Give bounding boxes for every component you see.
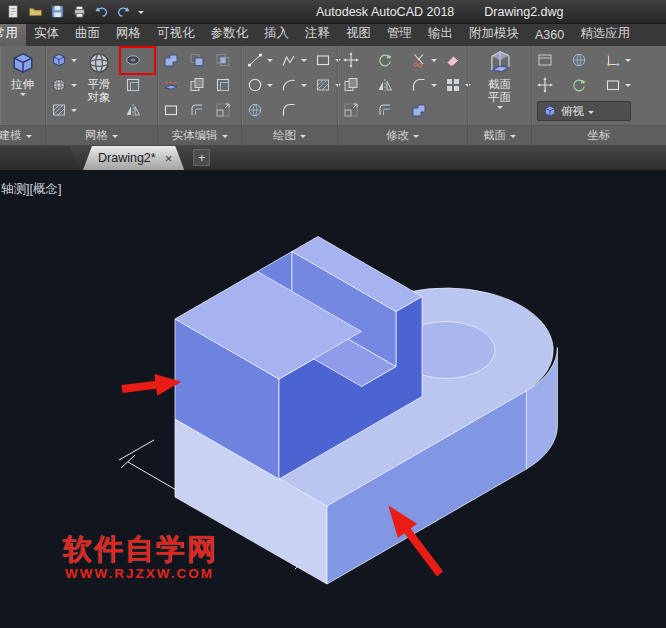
dropdown-caret[interactable] — [431, 59, 437, 62]
union-button[interactable] — [159, 48, 183, 72]
dropdown-caret[interactable] — [301, 84, 307, 87]
rotate-button[interactable] — [373, 48, 397, 72]
trim-button[interactable] — [407, 48, 431, 72]
panel-modify — [338, 46, 468, 125]
rectangle-button[interactable] — [311, 48, 335, 72]
stretch-button[interactable] — [339, 98, 363, 122]
panel-label-modify[interactable]: 修改 — [338, 126, 468, 145]
panel-label-solid-editing[interactable]: 实体编辑 — [158, 126, 242, 145]
scale-icon — [377, 102, 393, 118]
dropdown-caret[interactable] — [267, 84, 273, 87]
add-crease-button[interactable] — [121, 98, 145, 122]
shell-button[interactable] — [211, 73, 235, 97]
ucs-origin-button[interactable] — [533, 73, 557, 97]
erase-button[interactable] — [441, 48, 465, 72]
panel-expand-caret — [413, 135, 419, 138]
mesh-primitive-button[interactable] — [47, 48, 71, 72]
panel-label-coordinates[interactable]: 坐标 — [532, 126, 666, 145]
line-button[interactable] — [243, 48, 267, 72]
3d-model[interactable] — [175, 237, 557, 585]
redo-icon[interactable] — [116, 4, 131, 19]
explode-button[interactable] — [407, 98, 431, 122]
tab-home[interactable]: 常用 — [0, 24, 26, 46]
polygon-button[interactable] — [243, 98, 267, 122]
polyline-button[interactable] — [277, 48, 301, 72]
line-icon — [247, 52, 263, 68]
view-control-dropdown[interactable]: 俯视 — [537, 101, 631, 121]
ribbon-panel-labels: 建模 网格 实体编辑 绘图 修改 截面 坐标 — [0, 125, 666, 145]
tab-mesh[interactable]: 网格 — [108, 24, 149, 46]
circle-button[interactable] — [243, 73, 267, 97]
tab-a360[interactable]: A360 — [527, 25, 572, 46]
dropdown-caret[interactable] — [431, 84, 437, 87]
section-plane-label-2: 平面 — [488, 91, 511, 104]
thicken-icon — [189, 77, 205, 93]
named-views-button[interactable] — [533, 48, 557, 72]
tab-manage[interactable]: 管理 — [379, 24, 420, 46]
ucs-view-button[interactable] — [601, 73, 625, 97]
refine-mesh-button[interactable] — [121, 73, 145, 97]
top-view-icon — [543, 104, 557, 118]
viewport-controls-label[interactable]: 轴测][概念] — [1, 181, 61, 198]
thicken-button[interactable] — [185, 73, 209, 97]
offset-edge-button[interactable] — [185, 98, 209, 122]
tab-insert[interactable]: 插入 — [256, 24, 297, 46]
array-button[interactable] — [441, 73, 465, 97]
extract-edge-button[interactable] — [211, 98, 235, 122]
new-document-icon[interactable] — [6, 4, 21, 19]
undo-icon[interactable] — [94, 4, 109, 19]
intersect-button[interactable] — [211, 48, 235, 72]
tab-annotate[interactable]: 注释 — [297, 24, 338, 46]
world-ucs-button[interactable] — [567, 48, 591, 72]
spline-icon — [281, 102, 297, 118]
panel-label-mesh[interactable]: 网格 — [46, 126, 158, 145]
dropdown-caret[interactable] — [267, 59, 273, 62]
subtract-button[interactable] — [185, 48, 209, 72]
new-drawing-tab-button[interactable]: + — [193, 149, 210, 166]
fillet-button[interactable] — [407, 73, 431, 97]
dropdown-caret — [588, 111, 594, 114]
arc-button[interactable] — [277, 73, 301, 97]
dropdown-caret[interactable] — [301, 59, 307, 62]
tab-output[interactable]: 输出 — [420, 24, 461, 46]
panel-label-modeling[interactable]: 建模 — [0, 126, 46, 145]
dropdown-caret — [20, 93, 26, 96]
tab-visualize[interactable]: 可视化 — [149, 24, 203, 46]
open-folder-icon[interactable] — [28, 4, 43, 19]
tab-parametric[interactable]: 参数化 — [203, 24, 257, 46]
imprint-button[interactable] — [159, 98, 183, 122]
close-tab-icon[interactable]: × — [165, 152, 173, 165]
smooth-object-button[interactable]: 平滑 对象 — [77, 48, 121, 123]
move-icon — [343, 52, 359, 68]
file-tab-label: Drawing2* — [98, 151, 156, 165]
tab-add-ins[interactable]: 附加模块 — [461, 24, 527, 46]
tab-view[interactable]: 视图 — [338, 24, 379, 46]
plot-icon[interactable] — [72, 4, 87, 19]
tab-featured-apps[interactable]: 精选应用 — [572, 24, 638, 46]
panel-label-section[interactable]: 截面 — [468, 126, 532, 145]
file-tab-drawing2[interactable]: Drawing2* × — [83, 146, 184, 170]
save-icon[interactable] — [50, 4, 65, 19]
tab-surface[interactable]: 曲面 — [67, 24, 108, 46]
tab-solid[interactable]: 实体 — [26, 24, 67, 46]
drawing-viewport[interactable]: 轴测][概念] 软件自学网 WWW.RJZXW.COM — [0, 170, 666, 628]
copy-button[interactable] — [339, 73, 363, 97]
slice-button[interactable] — [159, 73, 183, 97]
section-plane-button[interactable]: 截面 平面 — [469, 48, 530, 123]
dropdown-caret[interactable] — [625, 84, 631, 87]
scale-button[interactable] — [373, 98, 397, 122]
smooth-less-button[interactable] — [47, 98, 71, 122]
spline-button[interactable] — [277, 98, 301, 122]
mirror-button[interactable] — [373, 73, 397, 97]
panel-label-draw[interactable]: 绘图 — [242, 126, 338, 145]
ucs-previous-button[interactable] — [567, 73, 591, 97]
ucs-button[interactable] — [601, 48, 625, 72]
smooth-more-button[interactable] — [47, 73, 71, 97]
extrude-button[interactable]: 拉伸 — [1, 48, 44, 123]
hatch-button[interactable] — [311, 73, 335, 97]
move-button[interactable] — [339, 48, 363, 72]
dropdown-caret[interactable] — [625, 59, 631, 62]
file-tab-stub[interactable] — [0, 146, 80, 170]
qat-dropdown-caret[interactable] — [138, 11, 144, 14]
section-plane-label-1: 截面 — [488, 78, 511, 91]
